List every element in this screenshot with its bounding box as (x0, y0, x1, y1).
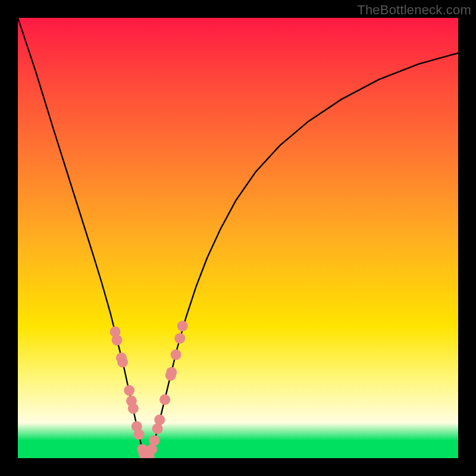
highlight-point (171, 349, 181, 360)
highlight-point (124, 385, 134, 396)
highlight-point (112, 335, 123, 346)
chart-svg-layer (18, 18, 458, 458)
highlight-point (174, 333, 185, 344)
highlight-point (166, 367, 177, 378)
chart-frame: TheBottleneck.com (0, 0, 476, 476)
watermark-text: TheBottleneck.com (357, 2, 471, 18)
highlight-point (177, 321, 188, 331)
highlight-points (110, 321, 188, 458)
bottleneck-curve (18, 18, 458, 458)
highlight-point (117, 357, 128, 368)
highlight-point (149, 435, 159, 446)
chart-plot-area (18, 18, 458, 458)
highlight-point (128, 403, 139, 414)
highlight-point (134, 429, 145, 440)
highlight-point (159, 394, 170, 405)
highlight-point (154, 415, 165, 425)
